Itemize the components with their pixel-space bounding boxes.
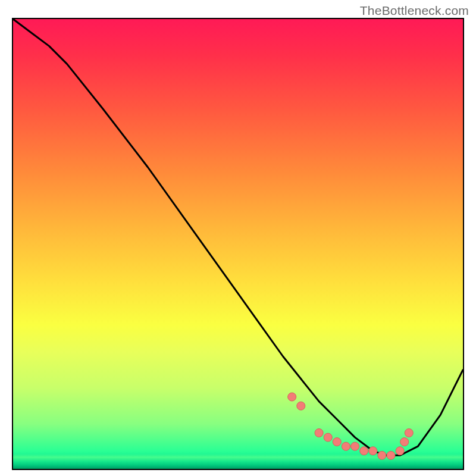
marker-dot [400,438,409,446]
marker-dot [351,442,359,450]
marker-dot [405,429,413,437]
marker-dot [387,451,395,459]
marker-dot [315,429,323,437]
marker-dot [360,447,368,455]
marker-dot [369,447,377,455]
plot-frame [12,18,464,470]
watermark-text: TheBottleneck.com [360,4,469,18]
marker-dot [342,442,350,450]
marker-dot [378,451,386,459]
marker-dot [396,447,404,455]
marker-dot [288,393,296,401]
curve-svg [13,19,463,469]
bottleneck-curve [13,19,463,455]
marker-dots [288,393,414,459]
marker-dot [297,402,305,410]
marker-dot [333,438,341,446]
marker-dot [324,433,332,441]
chart-container: TheBottleneck.com [0,0,476,476]
